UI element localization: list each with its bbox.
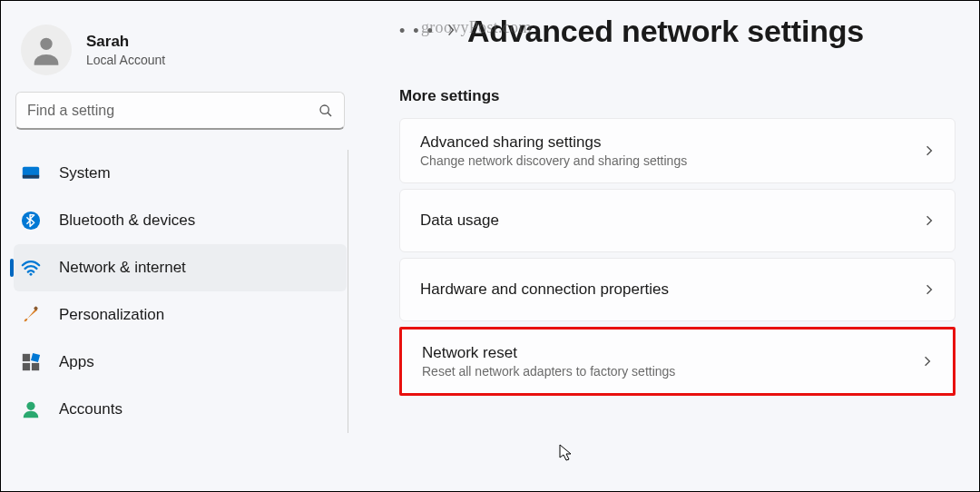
avatar: [21, 25, 72, 75]
chevron-right-icon: [446, 23, 456, 41]
svg-rect-8: [23, 354, 30, 361]
card-subtitle: Reset all network adapters to factory se…: [422, 364, 675, 379]
wifi-icon: [21, 258, 41, 278]
settings-card-list: Advanced sharing settings Change network…: [399, 118, 956, 396]
svg-line-2: [328, 113, 331, 116]
breadcrumb: • • • Advanced network settings: [399, 14, 956, 49]
main-content: • • • Advanced network settings More set…: [359, 1, 979, 491]
sidebar-item-label: Personalization: [59, 306, 164, 324]
sidebar-item-label: Network & internet: [59, 259, 186, 277]
nav-divider: [348, 150, 348, 433]
person-silhouette-icon: [28, 32, 64, 68]
breadcrumb-dots[interactable]: • • •: [399, 22, 435, 41]
sidebar: Sarah Local Account System: [1, 1, 359, 491]
svg-rect-10: [23, 363, 30, 370]
card-title: Advanced sharing settings: [420, 133, 687, 152]
sidebar-item-label: System: [59, 164, 111, 182]
svg-rect-9: [31, 353, 40, 362]
sidebar-item-apps[interactable]: Apps: [14, 339, 347, 386]
page-title: Advanced network settings: [467, 14, 864, 49]
sidebar-item-personalization[interactable]: Personalization: [14, 291, 347, 339]
card-title: Hardware and connection properties: [420, 280, 669, 299]
profile-name: Sarah: [86, 33, 165, 51]
svg-point-0: [40, 38, 52, 50]
svg-point-1: [320, 105, 328, 113]
profile-block[interactable]: Sarah Local Account: [14, 19, 350, 92]
sidebar-item-system[interactable]: System: [14, 150, 347, 197]
card-advanced-sharing[interactable]: Advanced sharing settings Change network…: [399, 118, 956, 183]
sidebar-item-network[interactable]: Network & internet: [14, 244, 347, 291]
sidebar-item-label: Apps: [59, 353, 94, 371]
brush-icon: [21, 305, 41, 325]
svg-rect-11: [32, 363, 39, 370]
svg-point-12: [26, 402, 34, 410]
nav-list: System Bluetooth & devices Network & int…: [14, 150, 350, 433]
svg-point-6: [30, 273, 33, 276]
svg-rect-4: [23, 175, 39, 179]
card-hardware-properties[interactable]: Hardware and connection properties: [399, 258, 956, 321]
svg-rect-7: [34, 306, 38, 310]
search-input[interactable]: [27, 103, 318, 119]
chevron-right-icon: [924, 282, 935, 297]
sidebar-item-accounts[interactable]: Accounts: [14, 386, 347, 433]
card-network-reset[interactable]: Network reset Reset all network adapters…: [399, 327, 956, 396]
sidebar-item-label: Bluetooth & devices: [59, 212, 195, 230]
profile-account-type: Local Account: [86, 53, 165, 67]
section-label: More settings: [399, 87, 956, 105]
search-icon: [318, 103, 333, 118]
chevron-right-icon: [922, 354, 933, 369]
sidebar-item-label: Accounts: [59, 400, 122, 418]
chevron-right-icon: [924, 143, 935, 158]
sidebar-item-bluetooth[interactable]: Bluetooth & devices: [14, 197, 347, 244]
chevron-right-icon: [924, 213, 935, 228]
card-title: Network reset: [422, 344, 675, 362]
person-icon: [21, 399, 41, 419]
system-icon: [21, 163, 41, 183]
bluetooth-icon: [21, 211, 41, 231]
card-subtitle: Change network discovery and sharing set…: [420, 153, 687, 168]
card-data-usage[interactable]: Data usage: [399, 189, 956, 252]
apps-icon: [21, 352, 41, 372]
search-box[interactable]: [15, 92, 345, 130]
card-title: Data usage: [420, 212, 499, 230]
